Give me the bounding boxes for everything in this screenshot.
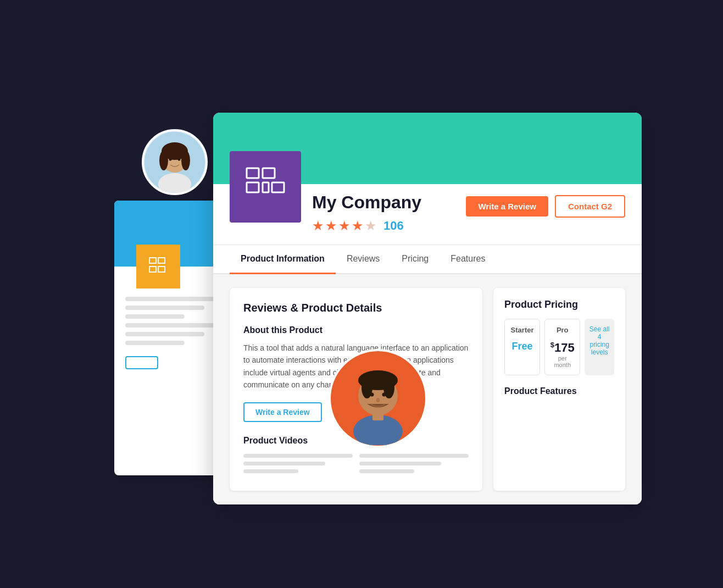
product-name: My Company [312, 192, 455, 213]
video-line [243, 469, 298, 473]
nav-tabs: Product Information Reviews Pricing Feat… [213, 245, 642, 274]
svg-point-20 [382, 393, 386, 397]
pro-price: $175 [549, 341, 575, 355]
svg-point-8 [159, 151, 168, 170]
svg-rect-0 [149, 258, 156, 263]
pricing-starter: Starter Free [504, 319, 540, 375]
svg-rect-3 [158, 267, 165, 272]
video-line [359, 469, 414, 473]
main-card-body: My Company ★ ★ ★ ★ ★ 106 Write a Review [213, 184, 642, 504]
stars: ★ ★ ★ ★ ★ [312, 218, 377, 234]
svg-rect-26 [272, 182, 284, 192]
tab-reviews[interactable]: Reviews [336, 245, 391, 274]
rating-row: ★ ★ ★ ★ ★ 106 [312, 218, 455, 234]
content-area: Reviews & Product Details About this Pro… [213, 274, 642, 504]
starter-price: Free [509, 341, 535, 352]
star-3: ★ [338, 218, 351, 234]
video-box-1 [243, 454, 353, 477]
star-5: ★ [365, 218, 377, 234]
panel-title: Reviews & Product Details [243, 302, 469, 314]
back-card-button [125, 356, 158, 369]
pricing-pro: Pro $175 per month [544, 319, 580, 375]
svg-point-11 [178, 158, 181, 161]
svg-rect-22 [247, 168, 259, 178]
avatar-man [329, 349, 427, 448]
star-4: ★ [352, 218, 364, 234]
product-logo [230, 151, 301, 223]
about-title: About this Product [243, 325, 469, 335]
back-card-line [125, 323, 224, 328]
svg-point-19 [370, 393, 374, 397]
pro-period: per month [549, 355, 575, 368]
write-review-button[interactable]: Write a Review [466, 196, 548, 217]
write-review-inline-button[interactable]: Write a Review [243, 402, 322, 422]
review-count: 106 [383, 219, 404, 233]
product-info: My Company ★ ★ ★ ★ ★ 106 [312, 184, 455, 234]
see-all-pricing[interactable]: See all 4 pricing levels [585, 319, 614, 375]
pricing-section-title: Product Pricing [504, 299, 614, 310]
video-line [359, 462, 441, 465]
star-2: ★ [325, 218, 337, 234]
video-line [243, 462, 325, 465]
back-card-line [125, 297, 224, 301]
video-box-2 [359, 454, 469, 477]
back-card-line [125, 341, 185, 345]
starter-label: Starter [509, 326, 535, 334]
tab-features[interactable]: Features [440, 245, 496, 274]
svg-point-10 [169, 158, 172, 161]
right-panel: Product Pricing Starter Free Pro $175 pe… [493, 288, 625, 491]
tab-product-information[interactable]: Product Information [230, 245, 336, 274]
svg-point-9 [181, 151, 190, 170]
back-card-line [125, 314, 185, 319]
star-1: ★ [312, 218, 324, 234]
main-card: My Company ★ ★ ★ ★ ★ 106 Write a Review [213, 113, 642, 504]
contact-g2-button[interactable]: Contact G2 [555, 195, 625, 218]
avatar-woman [142, 129, 208, 195]
svg-rect-25 [263, 182, 269, 192]
svg-point-21 [376, 398, 380, 402]
video-placeholder [243, 454, 469, 477]
svg-rect-24 [247, 182, 259, 192]
svg-rect-23 [263, 168, 275, 178]
svg-rect-1 [158, 258, 165, 263]
back-card-logo [136, 245, 180, 289]
back-card-line [125, 332, 204, 336]
action-buttons: Write a Review Contact G2 [466, 184, 625, 218]
features-title: Product Features [504, 386, 614, 396]
tab-pricing[interactable]: Pricing [391, 245, 440, 274]
back-card-line [125, 306, 204, 310]
video-line [243, 454, 353, 458]
product-identity: My Company ★ ★ ★ ★ ★ 106 Write a Review [213, 184, 642, 245]
video-line [359, 454, 469, 458]
pro-label: Pro [549, 326, 575, 334]
svg-rect-2 [149, 267, 156, 272]
pricing-columns: Starter Free Pro $175 per month See all … [504, 319, 614, 375]
